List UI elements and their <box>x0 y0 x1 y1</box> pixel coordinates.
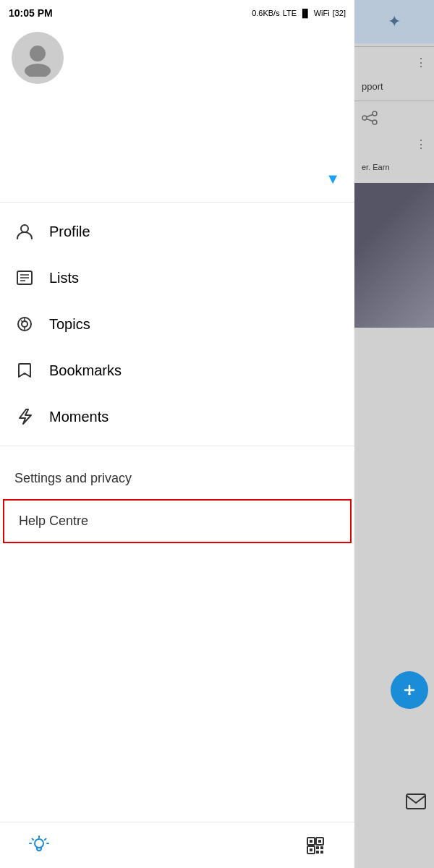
share-icon <box>354 104 434 132</box>
status-time: 10:05 PM <box>9 7 53 19</box>
svg-rect-22 <box>310 848 312 851</box>
drawer-header: ▼ <box>0 0 354 203</box>
mail-icon[interactable] <box>405 793 427 810</box>
svg-point-1 <box>25 64 51 77</box>
settings-privacy-item[interactable]: Settings and privacy <box>0 458 354 499</box>
drawer-panel: ▼ Profile Lists <box>0 0 354 868</box>
pport-text: pport <box>354 75 434 98</box>
svg-line-30 <box>367 115 373 117</box>
qr-code-icon[interactable] <box>305 835 326 856</box>
topic-icon <box>14 314 35 334</box>
divider-2 <box>354 101 434 101</box>
person-icon <box>14 221 35 242</box>
bolt-icon <box>14 407 35 427</box>
sparkle-icon: ✦ <box>388 12 401 31</box>
help-centre-label: Help Centre <box>19 514 88 528</box>
data-speed: 0.6KB/s <box>252 9 280 17</box>
svg-rect-20 <box>310 840 312 843</box>
right-panel: ✦ ⋮ pport ⋮ er. Earn <box>354 0 434 868</box>
svg-rect-25 <box>316 851 319 854</box>
sidebar-item-bookmarks[interactable]: Bookmarks <box>0 347 354 393</box>
svg-point-29 <box>373 120 377 124</box>
wifi-icon: WiFi <box>314 9 330 17</box>
svg-point-28 <box>362 116 367 120</box>
svg-rect-21 <box>318 840 321 843</box>
drawer-footer-nav: Settings and privacy Help Centre <box>0 446 354 549</box>
sidebar-item-lists[interactable]: Lists <box>0 255 354 301</box>
svg-line-13 <box>33 838 34 840</box>
profile-label: Profile <box>49 224 90 240</box>
bookmark-icon <box>14 360 35 380</box>
dots-menu: ⋮ <box>354 50 434 75</box>
list-icon <box>14 268 35 288</box>
moments-label: Moments <box>49 409 109 425</box>
drawer-nav: Profile Lists <box>0 203 354 446</box>
lightbulb-icon[interactable] <box>29 835 49 856</box>
earn-text: er. Earn <box>354 157 434 177</box>
battery-icon: [32] <box>333 9 346 17</box>
svg-point-2 <box>21 225 28 232</box>
help-centre-item[interactable]: Help Centre <box>3 499 352 543</box>
avatar-icon <box>19 39 56 77</box>
svg-rect-24 <box>320 846 323 849</box>
account-switcher-chevron[interactable]: ▼ <box>326 171 340 187</box>
svg-rect-34 <box>407 794 425 809</box>
svg-point-0 <box>30 46 46 61</box>
sparkle-area: ✦ <box>354 0 434 43</box>
divider-1 <box>354 46 434 47</box>
bookmarks-label: Bookmarks <box>49 362 122 379</box>
settings-privacy-label: Settings and privacy <box>14 471 132 485</box>
svg-rect-23 <box>316 846 319 849</box>
svg-line-31 <box>367 119 373 122</box>
compose-fab[interactable] <box>391 671 428 709</box>
dots-menu-2: ⋮ <box>354 132 434 157</box>
topics-label: Topics <box>49 316 90 333</box>
feed-image <box>354 183 434 328</box>
sidebar-item-moments[interactable]: Moments <box>0 393 354 440</box>
svg-point-11 <box>35 839 43 848</box>
lte-icon: LTE <box>283 9 297 17</box>
svg-point-27 <box>373 111 377 116</box>
sidebar-item-topics[interactable]: Topics <box>0 301 354 347</box>
sidebar-item-profile[interactable]: Profile <box>0 208 354 255</box>
status-bar: 10:05 PM 0.6KB/s LTE ▐▌ WiFi [32] <box>0 0 354 26</box>
status-icons: 0.6KB/s LTE ▐▌ WiFi [32] <box>252 9 346 17</box>
signal-icon: ▐▌ <box>299 9 311 17</box>
drawer-bottom-bar <box>0 822 354 868</box>
avatar[interactable] <box>12 32 64 84</box>
lists-label: Lists <box>49 270 79 286</box>
svg-rect-26 <box>320 851 323 854</box>
svg-line-14 <box>45 838 46 840</box>
